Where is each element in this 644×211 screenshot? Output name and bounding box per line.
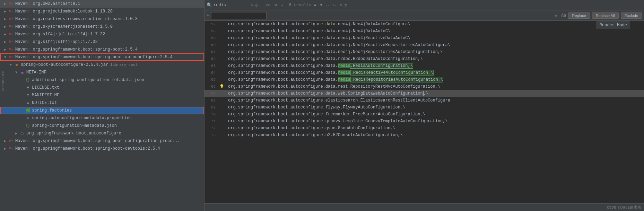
tree-arrow[interactable]: [3, 39, 8, 44]
regex-btn[interactable]: ✦: [280, 2, 285, 8]
tree-item-label: spring.factories: [32, 108, 72, 113]
gutter-icon: 💡: [218, 83, 225, 90]
tree-item-file-spring-config-meta2[interactable]: {}spring-configuration-metadata.json: [0, 122, 204, 130]
tree-item-maven-ow2[interactable]: M▪Maven: org.ow2.asm:asm:9.1: [0, 0, 204, 8]
reader-mode-tooltip: Reader Mode: [597, 21, 630, 29]
prev-result-btn[interactable]: ▲: [313, 2, 317, 8]
replace-refresh-icon[interactable]: ↺: [555, 13, 558, 18]
sort-btn[interactable]: ≡: [339, 3, 343, 7]
code-line: 70org.springframework.boot.autoconfigure…: [204, 111, 644, 118]
tree-item-maven-config-processor[interactable]: M▪Maven: org.springframework.boot:spring…: [0, 137, 204, 145]
tree-item-maven-devtools[interactable]: M▪Maven: org.springframework.boot:spring…: [0, 145, 204, 152]
tree-arrow[interactable]: [3, 55, 8, 60]
tree-item-folder-meta-inf[interactable]: ▣META-INF: [0, 69, 204, 76]
line-content: org.springframework.boot.autoconfigure.e…: [225, 97, 644, 104]
line-content: org.springframework.boot.autoconfigure.g…: [225, 125, 644, 132]
file-icon: {}: [25, 77, 31, 83]
tree-arrow[interactable]: [3, 1, 8, 6]
tree-arrow[interactable]: [3, 47, 8, 52]
tree-item-file-spring-factories[interactable]: 🌿spring.factories: [0, 107, 204, 114]
line-number: 63: [204, 62, 218, 69]
replace-input[interactable]: [211, 12, 267, 19]
file-icon: ≡: [25, 100, 31, 106]
whole-word-btn[interactable]: W: [273, 3, 278, 8]
search-close-icon[interactable]: ✕: [251, 2, 254, 8]
file-icon: M▪: [8, 47, 14, 52]
tree-arrow[interactable]: [14, 131, 19, 136]
replace-bar: ⌕ ↺ Aa Replace Replace All Exclude: [204, 10, 644, 21]
case-sensitive-btn[interactable]: Cc: [264, 3, 272, 8]
file-icon: ≡: [25, 93, 31, 98]
tree-item-label: Maven: org.ow2.asm:asm:9.1: [15, 1, 80, 6]
tree-item-file-spring-config-meta[interactable]: {}additional-spring-configuration-metada…: [0, 76, 204, 84]
tree-item-maven-spring-boot-autoconfigure[interactable]: M▪Maven: org.springframework.boot:spring…: [0, 53, 204, 61]
tree-item-label: Maven: org.skyscreamer:jsonassert:1.5.0: [15, 24, 113, 29]
status-text: CSDN @Java追求者: [607, 205, 641, 210]
line-content: org.springframework.boot.autoconfigure.d…: [225, 49, 644, 55]
line-content: org.springframework.boot.autoconfigure.d…: [225, 76, 644, 83]
tree-item-file-manifest[interactable]: ≡MANIFEST.MF: [0, 91, 204, 99]
file-icon: M▪: [8, 9, 14, 14]
code-line: 69org.springframework.boot.autoconfigure…: [204, 104, 644, 111]
code-line: 67org.springframework.boot.autoconfigure…: [204, 90, 644, 97]
code-line: 64org.springframework.boot.autoconfigure…: [204, 69, 644, 76]
divider: |: [260, 3, 262, 8]
file-icon: M▪: [8, 24, 14, 29]
match-case-replace-btn[interactable]: Aa: [561, 13, 566, 18]
main-container: M▪Maven: org.ow2.asm:asm:9.1M▪Maven: org…: [0, 0, 644, 211]
line-content: org.springframework.boot.autoconfigure.d…: [225, 90, 644, 97]
tree-item-file-spring-autoconfigure-metadata[interactable]: ≡spring-autoconfigure-metadata.propertie…: [0, 114, 204, 122]
code-line: 57org.springframework.boot.autoconfigure…: [204, 21, 644, 28]
tree-arrow[interactable]: [14, 70, 19, 75]
tree-item-file-license[interactable]: ≡LICENSE.txt: [0, 84, 204, 91]
exclude-button[interactable]: Exclude: [621, 12, 642, 19]
tree-arrow[interactable]: [3, 32, 8, 37]
tree-item-maven-slf4j-jul[interactable]: M▪Maven: org.slf4j:jul-to-slf4j:1.7.32: [0, 30, 204, 38]
tree-arrow[interactable]: [3, 146, 8, 151]
tree-item-maven-reactive[interactable]: M▪Maven: org.reactivestreams:reactive-st…: [0, 15, 204, 23]
tree-item-maven-lombok[interactable]: M▪Maven: org.projectlombok:lombok:1.18.2…: [0, 8, 204, 15]
filter-btn[interactable]: ▽: [345, 2, 347, 8]
tree-arrow[interactable]: [3, 17, 8, 21]
tree-item-maven-jsonassert[interactable]: M▪Maven: org.skyscreamer:jsonassert:1.5.…: [0, 23, 204, 30]
code-line: 65org.springframework.boot.autoconfigure…: [204, 76, 644, 83]
tree-item-jar-autoconfigure[interactable]: ▣spring-boot-autoconfigure-2.5.4.jarlibr…: [0, 61, 204, 69]
search-refresh-icon[interactable]: ↺: [255, 2, 258, 8]
structure-tab[interactable]: Structure: [0, 69, 6, 93]
line-number: 68: [204, 97, 218, 104]
line-content: org.springframework.boot.autoconfigure.g…: [225, 118, 644, 125]
code-line: 60org.springframework.boot.autoconfigure…: [204, 42, 644, 49]
tree-item-label: MANIFEST.MF: [32, 93, 59, 98]
tree-item-label: Maven: org.slf4j:slf4j-api:1.7.32: [15, 39, 98, 44]
line-number: 65: [204, 76, 218, 83]
tree-item-label: spring-configuration-metadata.json: [32, 123, 117, 128]
tree-item-maven-slf4j-api[interactable]: M▪Maven: org.slf4j:slf4j-api:1.7.32: [0, 38, 204, 46]
code-editor[interactable]: 57org.springframework.boot.autoconfigure…: [204, 21, 644, 203]
line-number: 73: [204, 132, 218, 139]
file-icon: M▪: [8, 39, 14, 45]
match-case-icon[interactable]: Iₙ: [331, 3, 338, 7]
tree-item-pkg-autoconfigure[interactable]: ⬡org.springframework.boot.autoconfigure: [0, 130, 204, 137]
tree-arrow[interactable]: [3, 24, 8, 29]
tree-arrow[interactable]: [3, 9, 8, 14]
line-content: org.springframework.boot.autoconfigure.d…: [225, 62, 644, 69]
file-icon: ≡: [25, 115, 31, 121]
replace-all-button[interactable]: Replace All: [592, 12, 619, 19]
search-bar: 🔍 ✕ ↺ | Cc W ✦ 8 results ▲ ▼ ▭ Iₙ ≡ ▽: [204, 0, 644, 10]
search-input[interactable]: [214, 3, 248, 8]
file-icon: ▣: [14, 62, 19, 68]
tree-item-label: LICENSE.txt: [32, 85, 59, 90]
code-line: 58org.springframework.boot.autoconfigure…: [204, 28, 644, 35]
code-line: 66💡org.springframework.boot.autoconfigur…: [204, 83, 644, 90]
code-line: 73org.springframework.boot.autoconfigure…: [204, 132, 644, 139]
results-count: 8 results: [289, 3, 311, 8]
line-number: 62: [204, 55, 218, 62]
tree-arrow[interactable]: [3, 139, 8, 143]
tree-item-file-notice[interactable]: ≡NOTICE.txt: [0, 99, 204, 107]
line-number: 60: [204, 42, 218, 49]
tree-item-maven-spring-boot[interactable]: M▪Maven: org.springframework.boot:spring…: [0, 46, 204, 53]
next-result-btn[interactable]: ▼: [319, 2, 324, 8]
replace-button[interactable]: Replace: [568, 12, 590, 19]
toggle-view-btn[interactable]: ▭: [325, 2, 330, 8]
tree-arrow[interactable]: [8, 62, 13, 67]
